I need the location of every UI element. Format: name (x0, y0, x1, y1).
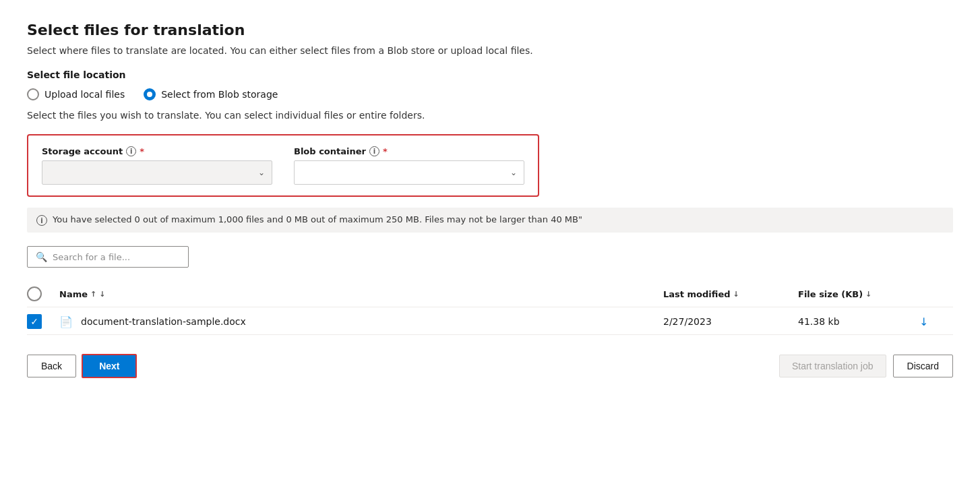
checkbox-selected-icon[interactable] (27, 314, 42, 329)
storage-account-info-icon[interactable]: i (126, 146, 136, 156)
storage-account-field: Storage account i * ⌄ (42, 146, 272, 185)
storage-account-chevron-icon: ⌄ (258, 168, 265, 177)
radio-circle-blob (144, 88, 156, 100)
row-file-name-cell: 📄 document-translation-sample.docx (59, 315, 663, 328)
table-header: Name ↑ ↓ Last modified ↓ File size (KB) … (27, 281, 953, 307)
col-header-size[interactable]: File size (KB) ↓ (798, 289, 919, 299)
storage-account-label: Storage account i * (42, 146, 272, 156)
size-sort-icon: ↓ (865, 290, 871, 299)
footer-left-actions: Back Next (27, 354, 137, 378)
page-subtitle: Select where files to translate are loca… (27, 45, 953, 56)
search-icon: 🔍 (36, 251, 47, 262)
radio-group-file-location: Upload local files Select from Blob stor… (27, 88, 953, 100)
radio-blob-storage[interactable]: Select from Blob storage (144, 88, 278, 100)
start-translation-button: Start translation job (779, 355, 886, 377)
table-row: 📄 document-translation-sample.docx 2/27/… (27, 309, 953, 335)
radio-label-blob: Select from Blob storage (161, 89, 278, 100)
info-banner: i You have selected 0 out of maximum 1,0… (27, 208, 953, 233)
selection-description: Select the files you wish to translate. … (27, 110, 953, 121)
name-sort-desc-icon: ↓ (99, 290, 105, 299)
footer-right-actions: Start translation job Discard (779, 355, 953, 377)
selected-mb: 0 MB (286, 214, 308, 224)
radio-circle-upload (27, 88, 39, 100)
storage-fields-box: Storage account i * ⌄ Blob container i *… (27, 134, 539, 197)
search-placeholder: Search for a file... (53, 252, 130, 262)
file-location-label: Select file location (27, 69, 953, 80)
col-header-modified[interactable]: Last modified ↓ (663, 289, 798, 299)
name-sort-asc-icon: ↑ (90, 290, 96, 299)
info-banner-text: You have selected 0 out of maximum 1,000… (53, 214, 582, 224)
search-box[interactable]: 🔍 Search for a file... (27, 246, 189, 268)
discard-button[interactable]: Discard (893, 355, 953, 377)
file-modified-date: 2/27/2023 (663, 316, 712, 327)
file-doc-icon: 📄 (59, 315, 73, 328)
selected-count: 0 (135, 214, 140, 224)
file-size-value: 41.38 kb (798, 316, 840, 327)
row-checkbox[interactable] (27, 314, 59, 329)
blob-container-chevron-icon: ⌄ (510, 168, 517, 177)
blob-container-field: Blob container i * ⌄ (294, 146, 524, 185)
page-title: Select files for translation (27, 22, 953, 38)
back-button[interactable]: Back (27, 355, 76, 377)
info-banner-icon: i (36, 215, 47, 226)
col-header-name[interactable]: Name ↑ ↓ (59, 289, 663, 299)
blob-container-label: Blob container i * (294, 146, 524, 156)
storage-account-required: * (140, 146, 144, 156)
radio-label-upload: Upload local files (44, 89, 125, 100)
modified-sort-icon: ↓ (733, 290, 739, 299)
download-icon[interactable]: ↓ (919, 315, 928, 328)
col-header-check (27, 286, 59, 301)
footer: Back Next Start translation job Discard (27, 354, 953, 378)
radio-upload-local[interactable]: Upload local files (27, 88, 125, 100)
next-button[interactable]: Next (82, 354, 137, 378)
blob-container-required: * (383, 146, 388, 156)
blob-container-info-icon[interactable]: i (369, 146, 379, 156)
blob-container-dropdown[interactable]: ⌄ (294, 160, 524, 185)
file-table: Name ↑ ↓ Last modified ↓ File size (KB) … (27, 281, 953, 335)
row-download-cell: ↓ (919, 315, 953, 328)
file-name-text: document-translation-sample.docx (81, 316, 246, 327)
row-size-cell: 41.38 kb (798, 316, 919, 327)
storage-account-dropdown[interactable]: ⌄ (42, 160, 272, 185)
row-modified-cell: 2/27/2023 (663, 316, 798, 327)
